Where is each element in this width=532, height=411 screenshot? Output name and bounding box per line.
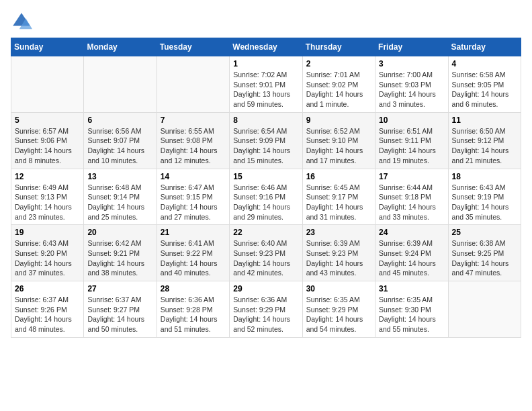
day-detail: Sunrise: 6:47 AM Sunset: 9:15 PM Dayligh… (161, 183, 226, 222)
week-row-3: 12Sunrise: 6:49 AM Sunset: 9:13 PM Dayli… (11, 169, 521, 225)
calendar-cell: 25Sunrise: 6:38 AM Sunset: 9:25 PM Dayli… (448, 225, 521, 281)
logo (11, 11, 34, 32)
day-detail: Sunrise: 7:02 AM Sunset: 9:01 PM Dayligh… (233, 70, 298, 109)
calendar-cell: 22Sunrise: 6:40 AM Sunset: 9:23 PM Dayli… (230, 225, 302, 281)
calendar-cell: 27Sunrise: 6:37 AM Sunset: 9:27 PM Dayli… (84, 281, 157, 338)
calendar-cell: 31Sunrise: 6:35 AM Sunset: 9:30 PM Dayli… (375, 281, 448, 338)
week-row-5: 26Sunrise: 6:37 AM Sunset: 9:26 PM Dayli… (11, 281, 521, 338)
calendar-cell: 14Sunrise: 6:47 AM Sunset: 9:15 PM Dayli… (157, 169, 229, 225)
day-number: 14 (161, 172, 226, 181)
day-detail: Sunrise: 6:40 AM Sunset: 9:23 PM Dayligh… (233, 238, 298, 278)
calendar-cell: 13Sunrise: 6:48 AM Sunset: 9:14 PM Dayli… (84, 169, 157, 225)
day-number: 26 (15, 284, 80, 293)
day-detail: Sunrise: 7:00 AM Sunset: 9:03 PM Dayligh… (379, 70, 444, 109)
day-detail: Sunrise: 6:43 AM Sunset: 9:20 PM Dayligh… (15, 238, 80, 278)
day-detail: Sunrise: 6:36 AM Sunset: 9:29 PM Dayligh… (233, 295, 298, 334)
logo-icon (11, 11, 32, 32)
day-detail: Sunrise: 6:58 AM Sunset: 9:05 PM Dayligh… (452, 70, 517, 109)
day-detail: Sunrise: 6:45 AM Sunset: 9:17 PM Dayligh… (306, 183, 371, 222)
day-detail: Sunrise: 6:51 AM Sunset: 9:11 PM Dayligh… (379, 126, 444, 166)
calendar-cell (11, 56, 84, 113)
day-detail: Sunrise: 6:52 AM Sunset: 9:10 PM Dayligh… (306, 126, 371, 166)
day-number: 19 (15, 228, 80, 237)
day-number: 16 (306, 172, 371, 181)
day-number: 23 (306, 228, 371, 237)
day-number: 17 (379, 172, 444, 181)
day-number: 18 (452, 172, 517, 181)
weekday-header-friday: Friday (375, 38, 448, 56)
day-detail: Sunrise: 6:48 AM Sunset: 9:14 PM Dayligh… (87, 183, 152, 222)
day-number: 20 (87, 228, 152, 237)
weekday-header-monday: Monday (84, 38, 157, 56)
day-number: 24 (379, 228, 444, 237)
day-detail: Sunrise: 7:01 AM Sunset: 9:02 PM Dayligh… (306, 70, 371, 109)
day-detail: Sunrise: 6:35 AM Sunset: 9:29 PM Dayligh… (306, 295, 371, 334)
page-header (11, 11, 521, 32)
day-number: 1 (233, 59, 298, 68)
day-detail: Sunrise: 6:41 AM Sunset: 9:22 PM Dayligh… (161, 238, 226, 278)
weekday-header-sunday: Sunday (11, 38, 84, 56)
calendar-table: SundayMondayTuesdayWednesdayThursdayFrid… (11, 38, 521, 338)
week-row-1: 1Sunrise: 7:02 AM Sunset: 9:01 PM Daylig… (11, 56, 521, 113)
day-number: 9 (306, 116, 371, 125)
weekday-header-wednesday: Wednesday (230, 38, 302, 56)
day-detail: Sunrise: 6:54 AM Sunset: 9:09 PM Dayligh… (233, 126, 298, 166)
weekday-header-saturday: Saturday (448, 38, 521, 56)
calendar-cell: 26Sunrise: 6:37 AM Sunset: 9:26 PM Dayli… (11, 281, 84, 338)
day-number: 22 (233, 228, 298, 237)
calendar-cell: 2Sunrise: 7:01 AM Sunset: 9:02 PM Daylig… (302, 56, 375, 113)
calendar-cell: 20Sunrise: 6:42 AM Sunset: 9:21 PM Dayli… (84, 225, 157, 281)
day-detail: Sunrise: 6:43 AM Sunset: 9:19 PM Dayligh… (452, 183, 517, 222)
weekday-header-tuesday: Tuesday (157, 38, 229, 56)
day-detail: Sunrise: 6:46 AM Sunset: 9:16 PM Dayligh… (233, 183, 298, 222)
calendar-cell: 15Sunrise: 6:46 AM Sunset: 9:16 PM Dayli… (230, 169, 302, 225)
day-detail: Sunrise: 6:39 AM Sunset: 9:23 PM Dayligh… (306, 238, 371, 278)
calendar-cell: 9Sunrise: 6:52 AM Sunset: 9:10 PM Daylig… (302, 112, 375, 169)
day-detail: Sunrise: 6:42 AM Sunset: 9:21 PM Dayligh… (87, 238, 152, 278)
calendar-cell (448, 281, 521, 338)
calendar-cell: 24Sunrise: 6:39 AM Sunset: 9:24 PM Dayli… (375, 225, 448, 281)
day-detail: Sunrise: 6:37 AM Sunset: 9:27 PM Dayligh… (87, 295, 152, 334)
calendar-cell: 28Sunrise: 6:36 AM Sunset: 9:28 PM Dayli… (157, 281, 229, 338)
day-number: 21 (161, 228, 226, 237)
day-number: 12 (15, 172, 80, 181)
day-number: 29 (233, 284, 298, 293)
calendar-cell: 8Sunrise: 6:54 AM Sunset: 9:09 PM Daylig… (230, 112, 302, 169)
calendar-cell: 10Sunrise: 6:51 AM Sunset: 9:11 PM Dayli… (375, 112, 448, 169)
day-detail: Sunrise: 6:49 AM Sunset: 9:13 PM Dayligh… (15, 183, 80, 222)
calendar-cell: 12Sunrise: 6:49 AM Sunset: 9:13 PM Dayli… (11, 169, 84, 225)
calendar-cell: 19Sunrise: 6:43 AM Sunset: 9:20 PM Dayli… (11, 225, 84, 281)
day-detail: Sunrise: 6:50 AM Sunset: 9:12 PM Dayligh… (452, 126, 517, 166)
day-number: 30 (306, 284, 371, 293)
day-number: 11 (452, 116, 517, 125)
weekday-header-thursday: Thursday (302, 38, 375, 56)
day-number: 13 (87, 172, 152, 181)
calendar-cell: 16Sunrise: 6:45 AM Sunset: 9:17 PM Dayli… (302, 169, 375, 225)
calendar-cell: 11Sunrise: 6:50 AM Sunset: 9:12 PM Dayli… (448, 112, 521, 169)
calendar-cell: 3Sunrise: 7:00 AM Sunset: 9:03 PM Daylig… (375, 56, 448, 113)
day-number: 3 (379, 59, 444, 68)
calendar-cell: 7Sunrise: 6:55 AM Sunset: 9:08 PM Daylig… (157, 112, 229, 169)
calendar-cell: 30Sunrise: 6:35 AM Sunset: 9:29 PM Dayli… (302, 281, 375, 338)
day-detail: Sunrise: 6:56 AM Sunset: 9:07 PM Dayligh… (87, 126, 152, 166)
week-row-2: 5Sunrise: 6:57 AM Sunset: 9:06 PM Daylig… (11, 112, 521, 169)
weekday-header-row: SundayMondayTuesdayWednesdayThursdayFrid… (11, 38, 521, 56)
day-detail: Sunrise: 6:39 AM Sunset: 9:24 PM Dayligh… (379, 238, 444, 278)
day-detail: Sunrise: 6:36 AM Sunset: 9:28 PM Dayligh… (161, 295, 226, 334)
day-number: 7 (161, 116, 226, 125)
day-number: 4 (452, 59, 517, 68)
calendar-cell: 6Sunrise: 6:56 AM Sunset: 9:07 PM Daylig… (84, 112, 157, 169)
day-number: 2 (306, 59, 371, 68)
day-detail: Sunrise: 6:35 AM Sunset: 9:30 PM Dayligh… (379, 295, 444, 334)
calendar-cell: 23Sunrise: 6:39 AM Sunset: 9:23 PM Dayli… (302, 225, 375, 281)
day-detail: Sunrise: 6:44 AM Sunset: 9:18 PM Dayligh… (379, 183, 444, 222)
day-number: 5 (15, 116, 80, 125)
day-number: 10 (379, 116, 444, 125)
calendar-cell (157, 56, 229, 113)
calendar-cell: 1Sunrise: 7:02 AM Sunset: 9:01 PM Daylig… (230, 56, 302, 113)
day-number: 27 (87, 284, 152, 293)
day-detail: Sunrise: 6:38 AM Sunset: 9:25 PM Dayligh… (452, 238, 517, 278)
day-number: 28 (161, 284, 226, 293)
calendar-cell: 18Sunrise: 6:43 AM Sunset: 9:19 PM Dayli… (448, 169, 521, 225)
week-row-4: 19Sunrise: 6:43 AM Sunset: 9:20 PM Dayli… (11, 225, 521, 281)
